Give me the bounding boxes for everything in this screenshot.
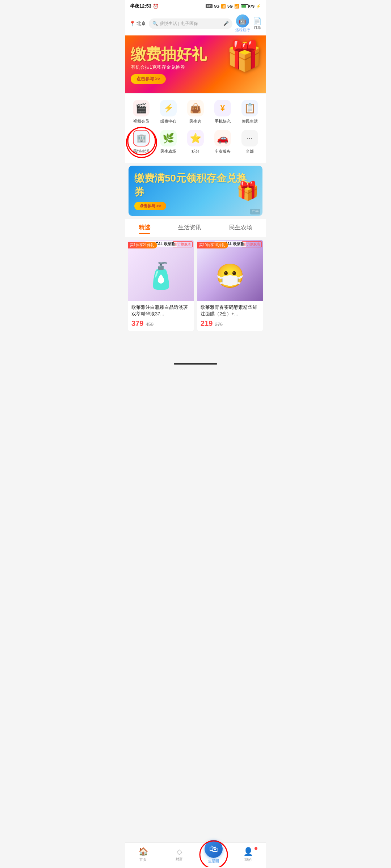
product-price-now-1: 379 xyxy=(131,319,143,328)
menu-item-charge[interactable]: ¥ 手机快充 xyxy=(212,100,234,124)
charging-icon: ⚡ xyxy=(256,4,261,9)
minsheng-shop-icon: 👜 xyxy=(187,100,204,116)
video-member-icon: 🎬 xyxy=(133,100,150,116)
product-badge-1: 买1件享21件礼 xyxy=(128,242,157,248)
menu-item-farm[interactable]: 🌿 民生农场 xyxy=(157,130,179,154)
minshen-farm-icon: 🌿 xyxy=(160,130,177,146)
ad-tag: 广告 xyxy=(250,209,260,214)
ad-participate-button[interactable]: 点击参与 >> xyxy=(134,202,166,210)
phone-charge-icon: ¥ xyxy=(214,100,231,116)
product-emoji-1: 🧴 xyxy=(145,261,177,291)
product-price-now-2: 219 xyxy=(201,319,213,328)
product-grid: L'ORÉAL 欧莱雅 官方旗舰店 买1件享21件礼 🧴 欧莱雅注白瓶臻白晶透淡… xyxy=(125,237,266,334)
minyue-life-icon: 🏢 xyxy=(133,130,150,146)
product-badge-2: 买10片享10片礼 xyxy=(197,242,228,248)
convenient-life-label: 便民生活 xyxy=(242,119,258,124)
order-button[interactable]: 📄 订单 xyxy=(253,17,262,30)
product-price-row-1: 379 450 xyxy=(131,319,190,328)
menu-item-car[interactable]: 🚗 车友服务 xyxy=(212,130,234,154)
car-service-icon: 🚗 xyxy=(214,130,231,146)
status-left: 半夜12:53 ⏰ xyxy=(130,3,159,9)
product-price-orig-1: 450 xyxy=(146,322,154,327)
tab-farm[interactable]: 民生农场 xyxy=(222,224,260,234)
ad-banner-decoration: 🎁 xyxy=(236,180,259,201)
order-icon: 📄 xyxy=(253,17,262,25)
tab-active-underline xyxy=(139,233,150,234)
menu-row-1: 🎬 视频会员 ⚡ 缴费中心 👜 民生购 ¥ 手机快充 📋 便民生活 xyxy=(128,100,263,124)
product-image-2: L'ORÉAL 欧莱雅 官方旗舰店 买10片享10片礼 😷 xyxy=(197,240,263,301)
product-price-orig-2: 276 xyxy=(215,322,223,327)
tab-news[interactable]: 生活资讯 xyxy=(171,224,209,234)
signal-5g-1: 5G xyxy=(214,4,219,8)
tab-news-label: 生活资讯 xyxy=(178,224,201,231)
quick-menu: 🎬 视频会员 ⚡ 缴费中心 👜 民生购 ¥ 手机快充 📋 便民生活 🏢 民悦生活 xyxy=(125,94,266,163)
search-placeholder: 薪悦生活 | 电子医保 xyxy=(160,21,198,27)
location-text: 北京 xyxy=(136,20,146,27)
status-right: HD 5G 📶 5G 📶 79 ⚡ xyxy=(206,4,261,9)
menu-row-2: 🏢 民悦生活 🌿 民生农场 ⭐ 积分 🚗 车友服务 ··· 全部 xyxy=(128,130,263,154)
payment-center-icon: ⚡ xyxy=(160,100,177,116)
microphone-icon: 🎤 xyxy=(223,21,229,26)
menu-item-minyue[interactable]: 🏢 民悦生活 xyxy=(130,130,152,154)
product-image-1: L'ORÉAL 欧莱雅 官方旗舰店 买1件享21件礼 🧴 xyxy=(128,240,194,301)
all-menu-label: 全部 xyxy=(246,149,254,154)
order-label: 订单 xyxy=(254,25,261,30)
video-member-label: 视频会员 xyxy=(133,119,149,124)
signal-5g-2: 5G xyxy=(227,4,233,8)
hd-label: HD xyxy=(206,4,213,8)
banner-participate-button[interactable]: 点击参与 >> xyxy=(131,74,166,84)
menu-item-payment[interactable]: ⚡ 缴费中心 xyxy=(157,100,179,124)
tab-jingxuan[interactable]: 精选 xyxy=(131,224,157,234)
search-icon: 🔍 xyxy=(152,21,158,26)
tab-jingxuan-label: 精选 xyxy=(139,224,150,231)
remote-bank-button[interactable]: 🤖 远程银行 xyxy=(235,14,250,33)
ad-title-prefix: 缴费满 xyxy=(134,173,165,184)
product-price-row-2: 219 276 xyxy=(201,319,260,328)
menu-item-points[interactable]: ⭐ 积分 xyxy=(185,130,206,154)
flagship-tag-2: 官方旗舰店 xyxy=(242,241,262,247)
battery-percent: 79 xyxy=(250,4,255,8)
tab-farm-label: 民生农场 xyxy=(229,224,252,231)
product-name-1: 欧莱雅注白瓶臻白晶透淡斑双萃精华液37... xyxy=(131,304,190,317)
convenient-life-icon: 📋 xyxy=(241,100,258,116)
product-info-2: 欧莱雅青春密码酵素精华鲜注面膜（2盒）+... 219 276 xyxy=(197,301,263,331)
product-card-2[interactable]: L'ORÉAL 欧莱雅 官方旗舰店 买10片享10片礼 😷 欧莱雅青春密码酵素精… xyxy=(197,240,263,331)
ad-highlight: 50元 xyxy=(165,173,186,184)
content-tabs: 精选 生活资讯 民生农场 xyxy=(125,219,266,237)
menu-item-video[interactable]: 🎬 视频会员 xyxy=(130,100,152,124)
menu-item-shop[interactable]: 👜 民生购 xyxy=(185,100,206,124)
minsheng-shop-label: 民生购 xyxy=(189,119,201,124)
battery-indicator xyxy=(241,4,249,8)
remote-bank-label: 远程银行 xyxy=(235,27,250,33)
product-name-2: 欧莱雅青春密码酵素精华鲜注面膜（2盒）+... xyxy=(201,304,260,317)
flagship-tag-1: 官方旗舰店 xyxy=(173,241,193,247)
remote-bank-icon: 🤖 xyxy=(236,14,249,27)
minyue-life-label: 民悦生活 xyxy=(133,149,149,154)
home-indicator xyxy=(174,363,217,365)
alarm-icon: ⏰ xyxy=(153,4,159,9)
car-service-label: 车友服务 xyxy=(215,149,231,154)
location-section[interactable]: 📍 北京 xyxy=(129,20,146,27)
points-icon: ⭐ xyxy=(187,130,204,146)
time-display: 半夜12:53 xyxy=(130,3,151,9)
points-label: 积分 xyxy=(192,149,199,154)
product-emoji-2: 😷 xyxy=(215,262,245,290)
product-info-1: 欧莱雅注白瓶臻白晶透淡斑双萃精华液37... 379 450 xyxy=(128,301,194,331)
menu-item-life[interactable]: 📋 便民生活 xyxy=(239,100,261,124)
ad-banner[interactable]: 缴费满50元领积存金兑换券 点击参与 >> 🎁 广告 xyxy=(129,166,262,216)
signal-bars-1: 📶 xyxy=(221,4,226,9)
banner-subtitle: 有机会抽1克积存金兑换券 xyxy=(131,64,260,71)
signal-bars-2: 📶 xyxy=(234,4,239,9)
nav-bar: 📍 北京 🔍 薪悦生活 | 电子医保 🎤 🤖 远程银行 📄 订单 xyxy=(125,12,266,35)
hero-banner[interactable]: 🎁 缴费抽好礼 有机会抽1克积存金兑换券 点击参与 >> xyxy=(125,35,266,93)
payment-center-label: 缴费中心 xyxy=(160,119,176,124)
all-menu-icon: ··· xyxy=(241,130,258,146)
status-bar: 半夜12:53 ⏰ HD 5G 📶 5G 📶 79 ⚡ xyxy=(125,0,266,12)
menu-item-all[interactable]: ··· 全部 xyxy=(239,130,261,154)
location-icon: 📍 xyxy=(129,21,135,26)
phone-charge-label: 手机快充 xyxy=(215,119,231,124)
search-bar[interactable]: 🔍 薪悦生活 | 电子医保 🎤 xyxy=(149,18,232,29)
product-card-1[interactable]: L'ORÉAL 欧莱雅 官方旗舰店 买1件享21件礼 🧴 欧莱雅注白瓶臻白晶透淡… xyxy=(128,240,194,331)
banner-title: 缴费抽好礼 xyxy=(131,47,260,62)
minshen-farm-label: 民生农场 xyxy=(160,149,176,154)
